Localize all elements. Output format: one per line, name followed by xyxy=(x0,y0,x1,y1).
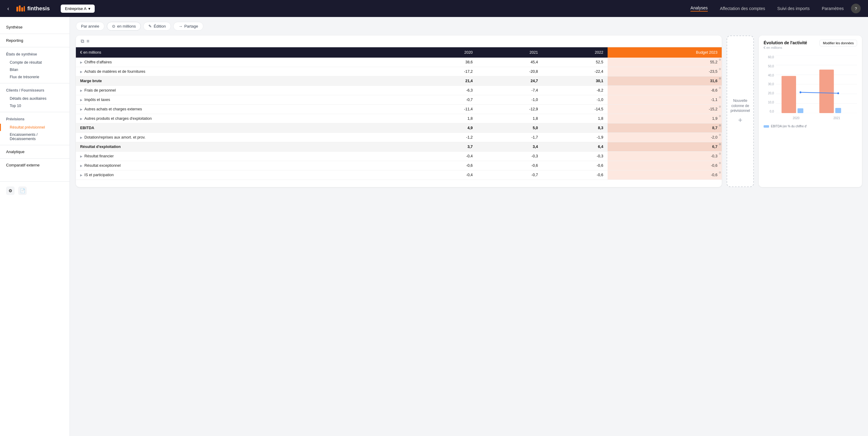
expand-arrow-icon[interactable]: ▶ xyxy=(80,61,83,64)
row-value: -1,0 xyxy=(542,95,608,105)
table-row: ▶Résultat financier-0,4-0,3-0,3-0,3⚙ xyxy=(76,152,722,161)
row-value: 8,3 xyxy=(542,124,608,133)
expand-arrow-icon[interactable]: ▶ xyxy=(80,98,83,102)
row-value: -0,6⚙ xyxy=(608,170,722,180)
table-card-header: ⧉ ≡ xyxy=(76,35,722,47)
expand-arrow-icon[interactable]: ▶ xyxy=(80,155,83,158)
row-value: 6,7⚙ xyxy=(608,142,722,152)
row-value: 21,4 xyxy=(412,76,477,86)
row-label: ▶IS et participation xyxy=(76,170,412,180)
sidebar-item-flux[interactable]: Flux de trésorerie xyxy=(0,73,69,81)
content-area: ⧉ ≡ € en millions 2020 2021 2022 Budget … xyxy=(76,35,862,187)
filter-icon[interactable]: ≡ xyxy=(87,38,89,44)
table-row: ▶Dotation/reprises aux amort. et prov.-1… xyxy=(76,133,722,142)
logo-icon xyxy=(17,5,25,11)
sidebar-item-reporting[interactable]: Reporting xyxy=(0,36,69,44)
table-row: ▶Chiffre d'affaires38,645,452,555,2⚙ xyxy=(76,58,722,67)
table-card: ⧉ ≡ € en millions 2020 2021 2022 Budget … xyxy=(76,35,722,187)
svg-point-16 xyxy=(837,92,839,94)
divider xyxy=(0,112,69,112)
gear-icon[interactable]: ⚙ xyxy=(719,152,721,155)
main-content: Par année ⊙ en millions ✎ Édition → Part… xyxy=(70,17,868,436)
gear-icon[interactable]: ⚙ xyxy=(719,171,721,174)
chart-subtitle: € en millions xyxy=(764,46,807,49)
nav-suivi[interactable]: Suivi des imports xyxy=(777,6,810,11)
nav-parametres[interactable]: Paramètres xyxy=(822,6,844,11)
gear-icon[interactable]: ⚙ xyxy=(719,68,721,71)
yaxis-10: 10,0 xyxy=(768,101,774,104)
sidebar-item-synthese[interactable]: Synthèse xyxy=(0,23,69,31)
row-value: -0,7 xyxy=(412,95,477,105)
expand-arrow-icon[interactable]: ▶ xyxy=(80,70,83,73)
col-header-budget: Budget 2023 xyxy=(608,47,722,58)
legend-label: EBITDA (en % du chiffre d' xyxy=(771,125,807,128)
nav-analyses[interactable]: Analyses xyxy=(690,5,708,11)
edition-button[interactable]: ✎ Édition xyxy=(143,22,171,31)
en-millions-button[interactable]: ⊙ en millions xyxy=(107,22,141,31)
divider xyxy=(0,83,69,83)
sidebar-item-analytique[interactable]: Analytique xyxy=(0,148,69,156)
sidebar-item-details-aux[interactable]: Détails des auxiliaires xyxy=(0,95,69,102)
sidebar-item-compte-resultat[interactable]: Compte de résultat xyxy=(0,59,69,66)
row-label: ▶Chiffre d'affaires xyxy=(76,58,412,67)
gear-icon[interactable]: ⚙ xyxy=(719,87,721,90)
par-annee-button[interactable]: Par année xyxy=(76,22,104,31)
expand-arrow-icon[interactable]: ▶ xyxy=(80,89,83,92)
new-column-card[interactable]: Nouvelle colonne de prévisionnel + xyxy=(726,35,754,187)
row-value: -20,8 xyxy=(477,67,542,76)
row-label: ▶Résultat financier xyxy=(76,152,412,161)
gear-icon[interactable]: ⚙ xyxy=(719,114,721,118)
par-annee-label: Par année xyxy=(81,24,99,29)
expand-arrow-icon[interactable]: ▶ xyxy=(80,117,83,121)
nav-affectation[interactable]: Affectation des comptes xyxy=(720,6,765,11)
sidebar-item-encaissements[interactable]: Encaissements / Décaissements xyxy=(0,131,69,142)
row-value: -8,6⚙ xyxy=(608,86,722,95)
row-value: 55,2⚙ xyxy=(608,58,722,67)
toolbar: Par année ⊙ en millions ✎ Édition → Part… xyxy=(76,22,862,31)
yaxis-0: 0,0 xyxy=(770,110,774,113)
expand-arrow-icon[interactable]: ▶ xyxy=(80,164,83,167)
sidebar: Synthèse Reporting États de synthèse Com… xyxy=(0,17,70,436)
sidebar-item-bilan[interactable]: Bilan xyxy=(0,66,69,73)
company-button[interactable]: Entreprise A ▾ xyxy=(61,5,95,13)
gear-icon[interactable]: ⚙ xyxy=(719,105,721,108)
row-value: 1,8 xyxy=(412,114,477,124)
table-row: Marge brute21,424,730,131,6⚙ xyxy=(76,76,722,86)
row-value: 1,8 xyxy=(477,114,542,124)
yaxis-60: 60,0 xyxy=(768,56,774,59)
table-row: ▶Résultat exceptionnel-0,6-0,6-0,6-0,6⚙ xyxy=(76,161,722,170)
partage-button[interactable]: → Partage xyxy=(173,22,203,31)
svg-rect-3 xyxy=(24,6,25,11)
yaxis-40: 40,0 xyxy=(768,74,774,77)
document-icon[interactable]: 📄 xyxy=(18,187,27,195)
expand-arrow-icon[interactable]: ▶ xyxy=(80,108,83,111)
row-value: -1,7 xyxy=(477,133,542,142)
gear-icon[interactable]: ⚙ xyxy=(719,162,721,165)
table-row: ▶Frais de personnel-6,3-7,4-8,2-8,6⚙ xyxy=(76,86,722,95)
expand-arrow-icon[interactable]: ▶ xyxy=(80,173,83,177)
chart-card: Évolution de l'activité € en millions Mo… xyxy=(759,35,862,187)
help-button[interactable]: ? xyxy=(851,4,861,13)
sidebar-item-top10[interactable]: Top 10 xyxy=(0,102,69,109)
gear-icon[interactable]: ⚙ xyxy=(719,96,721,99)
gear-icon[interactable]: ⚙ xyxy=(719,58,721,61)
company-name: Entreprise A xyxy=(65,6,87,11)
copy-icon[interactable]: ⧉ xyxy=(81,38,84,44)
expand-arrow-icon[interactable]: ▶ xyxy=(80,136,83,139)
sidebar-item-resultat-prev[interactable]: Résultat prévisionnel xyxy=(0,124,69,131)
row-value: 1,9⚙ xyxy=(608,114,722,124)
gear-icon[interactable]: ⚙ xyxy=(719,143,721,146)
settings-icon[interactable]: ⚙ xyxy=(6,187,14,195)
back-button[interactable]: ‹ xyxy=(7,5,9,12)
row-value: 3,4 xyxy=(477,142,542,152)
gear-icon[interactable]: ⚙ xyxy=(719,133,721,136)
modify-data-button[interactable]: Modifier les données xyxy=(819,40,857,46)
sidebar-item-comparatif[interactable]: Comparatif externe xyxy=(0,161,69,169)
gear-icon[interactable]: ⚙ xyxy=(719,77,721,80)
gear-icon[interactable]: ⚙ xyxy=(719,124,721,127)
row-value: -15,2⚙ xyxy=(608,105,722,114)
svg-rect-0 xyxy=(17,7,18,11)
chart-title: Évolution de l'activité xyxy=(764,40,807,45)
add-column-icon[interactable]: + xyxy=(738,116,742,124)
company-selector[interactable]: Entreprise A ▾ xyxy=(61,5,95,13)
